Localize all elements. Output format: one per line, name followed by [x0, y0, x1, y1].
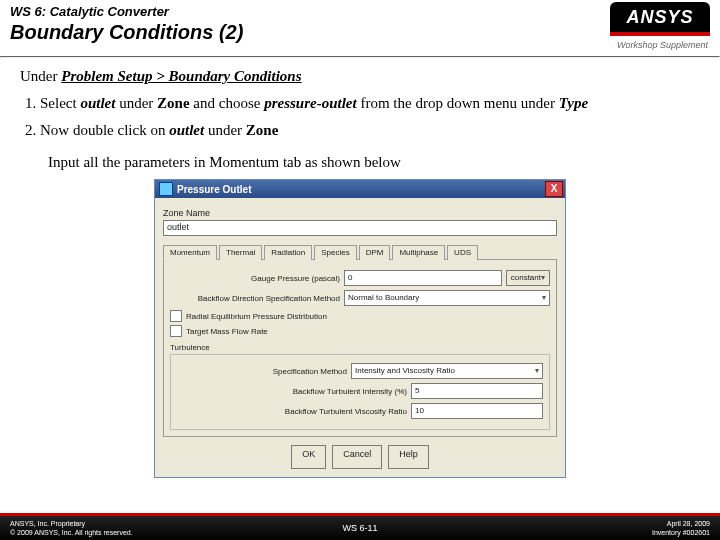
- dialog-body: Zone Name outlet Momentum Thermal Radiat…: [155, 198, 565, 477]
- dialog-titlebar[interactable]: Pressure Outlet X: [155, 180, 565, 198]
- turb-viscosity-input[interactable]: 10: [411, 403, 543, 419]
- footer-copyright: © 2009 ANSYS, Inc. All rights reserved.: [10, 529, 133, 536]
- turbulence-label: Turbulence: [170, 343, 550, 352]
- tab-momentum[interactable]: Momentum: [163, 245, 217, 260]
- tab-dpm[interactable]: DPM: [359, 245, 391, 260]
- zone-name-label: Zone Name: [163, 208, 557, 218]
- radial-eq-checkbox[interactable]: Radial Equilibrium Pressure Distribution: [170, 310, 550, 322]
- workshop-supplement-label: Workshop Supplement: [617, 40, 708, 50]
- zone-name-input[interactable]: outlet: [163, 220, 557, 236]
- turb-intensity-input[interactable]: 5: [411, 383, 543, 399]
- gauge-pressure-row: Gauge Pressure (pascal) 0 constant: [170, 270, 550, 286]
- gauge-pressure-unit-dropdown[interactable]: constant: [506, 270, 550, 286]
- turb-intensity-row: Backflow Turbulent Intensity (%) 5: [177, 383, 543, 399]
- close-icon[interactable]: X: [545, 181, 563, 197]
- spec-method-label: Specification Method: [177, 367, 347, 376]
- turb-viscosity-row: Backflow Turbulent Viscosity Ratio 10: [177, 403, 543, 419]
- target-mass-checkbox[interactable]: Target Mass Flow Rate: [170, 325, 550, 337]
- footer: ANSYS, Inc. Proprietary © 2009 ANSYS, In…: [0, 516, 720, 540]
- backflow-dir-dropdown[interactable]: Normal to Boundary: [344, 290, 550, 306]
- tab-species[interactable]: Species: [314, 245, 356, 260]
- checkbox-icon: [170, 310, 182, 322]
- tab-radiation[interactable]: Radiation: [264, 245, 312, 260]
- app-icon: [159, 182, 173, 196]
- tab-thermal[interactable]: Thermal: [219, 245, 262, 260]
- gauge-pressure-input[interactable]: 0: [344, 270, 502, 286]
- footer-date: April 28, 2009: [667, 520, 710, 527]
- backflow-dir-label: Backflow Direction Specification Method: [170, 294, 340, 303]
- header: WS 6: Catalytic Converter Boundary Condi…: [0, 0, 720, 56]
- content: Under Problem Setup > Boundary Condition…: [0, 58, 720, 478]
- gauge-pressure-label: Gauge Pressure (pascal): [170, 274, 340, 283]
- tab-bar: Momentum Thermal Radiation Species DPM M…: [163, 244, 557, 260]
- spec-method-row: Specification Method Intensity and Visco…: [177, 363, 543, 379]
- cancel-button[interactable]: Cancel: [332, 445, 382, 469]
- turbulence-panel: Specification Method Intensity and Visco…: [170, 354, 550, 430]
- instruction-list: Select outlet under Zone and choose pres…: [20, 95, 700, 139]
- ok-button[interactable]: OK: [291, 445, 326, 469]
- lead-path: Problem Setup > Boundary Conditions: [61, 68, 301, 84]
- footer-inventory: Inventory #002601: [652, 529, 710, 536]
- checkbox-icon: [170, 325, 182, 337]
- footer-left: ANSYS, Inc. Proprietary © 2009 ANSYS, In…: [10, 519, 243, 537]
- after-list-text: Input all the parameters in Momentum tab…: [48, 154, 700, 171]
- pressure-outlet-dialog: Pressure Outlet X Zone Name outlet Momen…: [154, 179, 566, 478]
- footer-page-number: WS 6-11: [243, 523, 476, 533]
- footer-proprietary: ANSYS, Inc. Proprietary: [10, 520, 85, 527]
- turb-intensity-label: Backflow Turbulent Intensity (%): [177, 387, 407, 396]
- lead-prefix: Under: [20, 68, 61, 84]
- backflow-dir-row: Backflow Direction Specification Method …: [170, 290, 550, 306]
- turb-viscosity-label: Backflow Turbulent Viscosity Ratio: [177, 407, 407, 416]
- radial-eq-label: Radial Equilibrium Pressure Distribution: [186, 312, 327, 321]
- target-mass-label: Target Mass Flow Rate: [186, 327, 268, 336]
- spec-method-dropdown[interactable]: Intensity and Viscosity Ratio: [351, 363, 543, 379]
- tab-uds[interactable]: UDS: [447, 245, 478, 260]
- tab-multiphase[interactable]: Multiphase: [392, 245, 445, 260]
- step-2: Now double click on outlet under Zone: [40, 122, 700, 139]
- footer-right: April 28, 2009 Inventory #002601: [477, 519, 710, 537]
- step-1: Select outlet under Zone and choose pres…: [40, 95, 700, 112]
- dialog-title: Pressure Outlet: [177, 184, 251, 195]
- help-button[interactable]: Help: [388, 445, 429, 469]
- button-bar: OK Cancel Help: [163, 445, 557, 469]
- lead-line: Under Problem Setup > Boundary Condition…: [20, 68, 700, 85]
- ansys-logo: ANSYS: [610, 2, 710, 32]
- momentum-panel: Gauge Pressure (pascal) 0 constant Backf…: [163, 260, 557, 437]
